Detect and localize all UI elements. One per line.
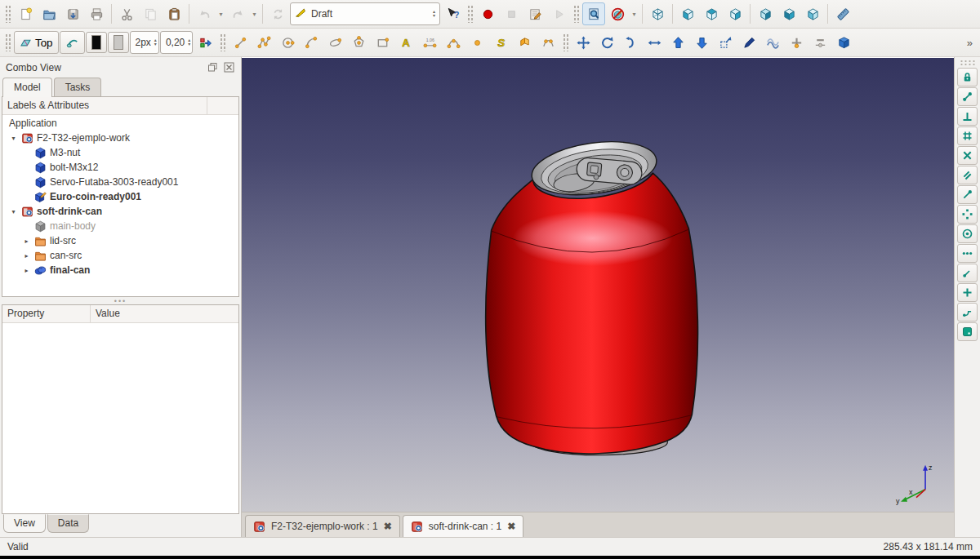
line-width-spinbox[interactable]: 2px ▴▾ — [130, 31, 159, 54]
tab-view[interactable]: View — [3, 514, 46, 533]
draft-add-point[interactable] — [785, 31, 808, 54]
draft-bezier[interactable] — [537, 31, 559, 54]
tree-item-servo-futaba-3003-ready001[interactable]: Servo-Futaba-3003-ready001 — [2, 175, 238, 189]
constraint-plane-parallel[interactable] — [957, 126, 978, 145]
constraint-solve[interactable] — [957, 322, 978, 341]
close-panel-icon[interactable] — [223, 62, 235, 73]
constraint-concentric[interactable] — [957, 224, 978, 243]
toolbar-drag-handle[interactable] — [220, 33, 225, 51]
tree-item-main-body[interactable]: main-body — [2, 219, 238, 233]
view-bottom[interactable] — [777, 2, 800, 25]
draft-text[interactable]: A — [394, 31, 417, 54]
draft-delete-point[interactable] — [808, 31, 831, 54]
spin-arrows[interactable]: ▴▾ — [154, 38, 157, 47]
tree-item-f2-t32-ejemplo-work[interactable]: ▾ F2-T32-ejemplo-work — [2, 131, 238, 145]
draft-arc[interactable] — [300, 31, 323, 54]
draft-bspline[interactable] — [442, 31, 465, 54]
macro-stop[interactable] — [500, 2, 523, 25]
workbench-selector[interactable]: Draft ▴▾ — [290, 2, 440, 25]
view-axonometric[interactable] — [646, 2, 669, 25]
view-left[interactable] — [801, 2, 824, 25]
redo[interactable] — [226, 2, 249, 25]
paste[interactable] — [163, 2, 185, 25]
tree-expander[interactable]: ▸ — [22, 252, 31, 260]
tree-item-euro-coin-ready001[interactable]: Euro-coin-ready001 — [2, 189, 238, 204]
draft-trimex[interactable] — [643, 31, 666, 54]
constraint-distance[interactable] — [957, 264, 978, 282]
undo[interactable] — [193, 2, 216, 25]
draft-wire-to-bspline[interactable] — [761, 31, 784, 54]
property-column-header[interactable]: Property — [2, 305, 91, 322]
3d-viewport[interactable]: z y x — [242, 57, 954, 512]
draft-circle[interactable] — [276, 31, 299, 54]
tree-item-soft-drink-can[interactable]: ▾ soft-drink-can — [2, 204, 238, 219]
tab-data[interactable]: Data — [47, 514, 89, 533]
tree-item-bolt-m3x12[interactable]: bolt-M3x12 — [2, 160, 238, 175]
document-tab[interactable]: F2-T32-ejemplo-work : 1 ✖ — [245, 515, 400, 537]
print[interactable] — [85, 2, 108, 25]
constraint-angled[interactable] — [957, 185, 978, 204]
tree-header[interactable]: Labels & Attributes — [2, 97, 238, 115]
draft-offset[interactable] — [619, 31, 642, 54]
close-tab-icon[interactable]: ✖ — [384, 521, 392, 532]
draft-facebinder[interactable] — [513, 31, 536, 54]
draft-shapestring[interactable]: S — [489, 31, 512, 54]
text-scale-spinbox[interactable]: 0,20 ▴▾ — [160, 31, 193, 54]
tree-item-can-src[interactable]: ▸ can-src — [2, 248, 238, 263]
float-panel-icon[interactable] — [207, 62, 219, 73]
tree-expander[interactable]: ▾ — [9, 135, 18, 142]
new-document[interactable] — [14, 2, 37, 25]
view-right[interactable] — [724, 2, 746, 25]
macro-play[interactable] — [547, 2, 570, 25]
toolbar-drag-handle[interactable] — [573, 5, 579, 23]
soda-can-model[interactable] — [486, 135, 698, 455]
toolbar-drag-handle[interactable] — [467, 5, 473, 23]
view-rear[interactable] — [754, 2, 777, 25]
face-color-swatch[interactable] — [108, 32, 129, 53]
draw-style-dropdown-arrow[interactable]: ▾ — [630, 2, 639, 25]
draft-dimension[interactable]: 1.06 — [418, 31, 441, 54]
document-tab[interactable]: soft-drink-can : 1 ✖ — [403, 515, 523, 537]
draft-downgrade[interactable] — [690, 31, 713, 54]
tab-tasks[interactable]: Tasks — [54, 78, 102, 97]
draft-point[interactable] — [466, 31, 488, 54]
workbench-combo-arrows[interactable]: ▴▾ — [433, 10, 435, 18]
fit-all[interactable] — [582, 2, 605, 25]
constraint-parallel[interactable] — [957, 166, 978, 184]
draft-move[interactable] — [572, 31, 595, 54]
spin-arrows[interactable]: ▴▾ — [188, 38, 190, 47]
draft-upgrade[interactable] — [666, 31, 689, 54]
save-document[interactable] — [61, 2, 84, 25]
line-color-swatch[interactable] — [86, 32, 107, 53]
copy[interactable] — [139, 2, 162, 25]
tree-item-m3-nut[interactable]: M3-nut — [2, 145, 238, 160]
view-top[interactable] — [700, 2, 723, 25]
tree-item-final-can[interactable]: ▸ final-can — [2, 263, 238, 277]
draft-ellipse[interactable] — [323, 31, 346, 54]
macro-edit[interactable] — [523, 2, 546, 25]
draft-rectangle[interactable] — [371, 31, 394, 54]
tree-expander[interactable]: ▸ — [22, 267, 31, 274]
tab-model[interactable]: Model — [2, 78, 52, 97]
toolbar-drag-handle[interactable] — [5, 5, 11, 23]
constraint-add[interactable] — [957, 283, 978, 302]
toolbar-drag-handle[interactable] — [960, 60, 976, 65]
redo-dropdown-arrow[interactable]: ▾ — [250, 2, 259, 25]
constraint-lock[interactable] — [957, 68, 978, 87]
draft-wire[interactable] — [252, 31, 275, 54]
tree-item-lid-src[interactable]: ▸ lid-src — [2, 233, 238, 248]
toolbar-drag-handle[interactable] — [563, 33, 568, 51]
macro-record[interactable] — [476, 2, 499, 25]
toolbar-drag-handle[interactable] — [5, 33, 11, 51]
apply-style[interactable] — [194, 31, 216, 54]
close-tab-icon[interactable]: ✖ — [507, 521, 515, 532]
tree-expander[interactable]: ▸ — [22, 237, 31, 245]
draw-style[interactable] — [606, 2, 629, 25]
open-document[interactable] — [38, 2, 60, 25]
constraint-symmetric[interactable] — [957, 205, 978, 224]
working-plane-button[interactable]: Top — [14, 31, 59, 54]
panel-splitter[interactable]: ••• — [0, 297, 241, 304]
draft-edit[interactable] — [737, 31, 760, 54]
constraint-more[interactable] — [957, 244, 978, 263]
tree-root-application[interactable]: Application — [2, 116, 238, 131]
